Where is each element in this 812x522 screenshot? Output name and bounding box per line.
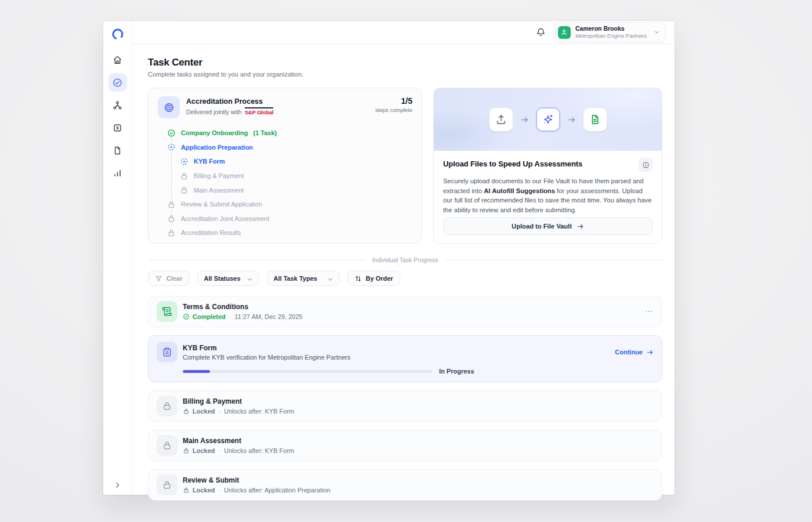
task-row-review-submit: Review & Submit Locked · Unlocks after: …: [148, 469, 662, 501]
task-row-terms-conditions[interactable]: Terms & Conditions Completed · 11:27 AM,…: [148, 296, 662, 327]
clear-filters-button[interactable]: Clear: [148, 271, 190, 286]
snp-global-logo: S&P Global: [245, 107, 274, 115]
step-label: Accreditation Joint Assessment: [181, 215, 269, 222]
continue-link[interactable]: Continue: [615, 349, 654, 356]
lock-icon: [166, 228, 176, 237]
info-button[interactable]: [639, 158, 652, 172]
task-text: Main Assessment Locked · Unlocks after: …: [183, 437, 294, 454]
step-label: KYB Form: [194, 158, 225, 165]
sidebar-item-home[interactable]: [108, 50, 127, 69]
task-progress: In Progress: [183, 368, 654, 375]
lock-icon: [179, 186, 188, 195]
steps-complete-count: 1/5: [375, 96, 412, 106]
accreditation-title: Accreditation Process: [186, 97, 273, 106]
task-type-filter-value: All Task Types: [274, 275, 317, 282]
notifications-button[interactable]: [536, 27, 546, 37]
task-text: KYB Form Complete KYB verification for M…: [183, 344, 350, 361]
upload-icon: [489, 107, 513, 132]
main-area: Cameron Brooks Metropolitan Engine Partn…: [132, 21, 675, 495]
sort-label: By Order: [366, 275, 393, 282]
task-text: Billing & Payment Locked · Unlocks after…: [183, 397, 294, 415]
task-list: Terms & Conditions Completed · 11:27 AM,…: [148, 296, 662, 501]
banknote-icon: $: [113, 123, 122, 133]
step-label: Review & Submit Application: [181, 201, 262, 208]
task-title: KYB Form: [183, 344, 350, 352]
status-badge: Locked: [183, 408, 215, 415]
task-menu-button[interactable]: [644, 307, 654, 316]
step-accreditation-joint-assessment: Accreditation Joint Assessment: [158, 212, 412, 226]
lock-icon: [183, 447, 190, 454]
funnel-icon: [155, 275, 162, 282]
arrow-right-icon: [520, 115, 529, 124]
task-text: Review & Submit Locked · Unlocks after: …: [183, 476, 331, 494]
sidebar-item-billing[interactable]: $: [108, 118, 127, 137]
info-icon: [642, 161, 650, 169]
accreditation-process-card: Accreditation Process Delivered jointly …: [148, 88, 422, 244]
progress-status-label: In Progress: [439, 368, 474, 375]
divider-label: Individual Task Progress: [372, 256, 438, 263]
status-badge: Locked: [183, 447, 215, 454]
unlock-condition: Unlocks after: Application Preparation: [224, 487, 330, 494]
check-circle-icon: [166, 128, 176, 137]
user-organization: Metropolitan Engine Partners: [575, 32, 647, 39]
upload-to-file-vault-button[interactable]: Upload to File Vault: [443, 217, 652, 235]
step-application-preparation[interactable]: Application Preparation: [158, 140, 412, 155]
lock-icon: [157, 396, 177, 416]
step-kyb-form[interactable]: KYB Form: [158, 154, 412, 169]
filter-bar: Clear All Statuses All Task Types: [148, 271, 662, 286]
sidebar-item-tasks[interactable]: [108, 73, 127, 92]
lock-icon: [183, 408, 190, 415]
parsed-document-icon: [583, 107, 607, 132]
user-menu[interactable]: Cameron Brooks Metropolitan Engine Partn…: [554, 22, 666, 42]
upload-card-body: Upload Files to Speed Up Assessments Sec…: [434, 151, 662, 243]
upload-button-label: Upload to File Vault: [512, 223, 572, 230]
upload-banner: [434, 88, 662, 151]
lock-icon: [157, 435, 177, 456]
step-label: Accreditation Results: [181, 229, 241, 236]
task-title: Billing & Payment: [183, 397, 294, 405]
upload-card-title: Upload Files to Speed Up Assessments: [443, 160, 582, 168]
user-icon: [560, 28, 568, 36]
unlock-condition: Unlocks after: KYB Form: [224, 447, 294, 454]
step-review-submit-application: Review & Submit Application: [158, 197, 412, 212]
page-subtitle: Complete tasks assigned to you and your …: [148, 71, 662, 78]
sidebar-item-reports[interactable]: [108, 164, 127, 182]
task-row-kyb-form[interactable]: KYB Form Complete KYB verification for M…: [148, 335, 662, 382]
sidebar-item-documents[interactable]: [108, 141, 127, 160]
task-title: Main Assessment: [183, 437, 294, 445]
sidebar: $: [103, 21, 132, 495]
avatar: [558, 26, 571, 39]
check-circle-icon: [113, 78, 122, 88]
status-filter-dropdown[interactable]: All Statuses: [197, 271, 259, 286]
step-task-count: (1 Task): [253, 129, 277, 136]
dashed-circle-icon: [179, 157, 188, 166]
step-company-onboarding[interactable]: Company Onboarding (1 Task): [158, 126, 412, 140]
accreditation-titles: Accreditation Process Delivered jointly …: [186, 96, 273, 115]
task-row-main-assessment: Main Assessment Locked · Unlocks after: …: [148, 430, 662, 461]
task-type-filter-dropdown[interactable]: All Task Types: [267, 271, 340, 286]
step-label: Company Onboarding: [181, 129, 248, 136]
lock-icon: [157, 474, 177, 495]
status-badge: Completed: [183, 313, 226, 320]
clear-label: Clear: [166, 275, 183, 282]
status-badge: Locked: [183, 487, 215, 494]
home-icon: [113, 55, 122, 65]
lock-icon: [166, 200, 176, 209]
lock-icon: [183, 487, 190, 494]
sort-by-order-button[interactable]: By Order: [347, 271, 400, 286]
arrow-right-icon: [567, 115, 576, 124]
chevron-down-icon: [654, 29, 660, 35]
sidebar-item-organization[interactable]: [108, 96, 127, 114]
step-label: Billing & Payment: [194, 172, 244, 179]
chevron-right-icon: [114, 481, 121, 489]
progress-bar-fill: [183, 370, 210, 373]
completion-timestamp: 11:27 AM, Dec 29, 2025: [235, 313, 303, 320]
clipboard-icon: [157, 342, 177, 362]
top-bar: Cameron Brooks Metropolitan Engine Partn…: [132, 21, 675, 44]
status-filter-value: All Statuses: [204, 275, 241, 282]
sidebar-collapse-button[interactable]: [114, 481, 121, 489]
arrow-right-icon: [577, 223, 584, 230]
steps-complete-label: steps complete: [375, 107, 412, 113]
task-description: Complete KYB verification for Metropolit…: [183, 354, 350, 361]
bullseye-icon: [158, 96, 180, 118]
